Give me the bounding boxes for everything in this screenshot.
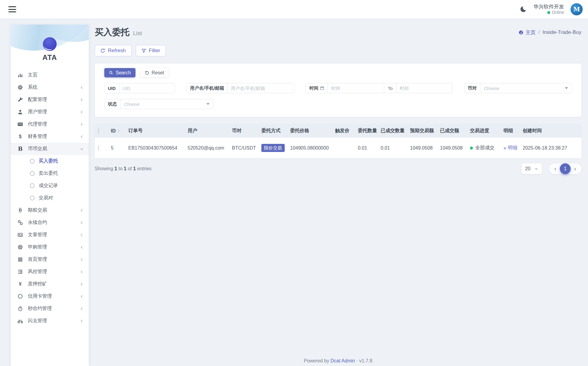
sidebar-item-label: 信用卡管理 xyxy=(28,293,80,299)
id-card-icon xyxy=(17,121,23,127)
sidebar: ATA 主页 系统 配置管理 xyxy=(11,25,89,366)
search-icon xyxy=(109,70,113,75)
sidebar-item-label: 首页管理 xyxy=(28,256,80,263)
sidebar-item-agents[interactable]: 代理管理 xyxy=(11,118,89,130)
sidebar-subitem-trade-pairs[interactable]: 交易对 xyxy=(11,192,89,204)
detail-link[interactable]: » 明细 xyxy=(503,145,515,151)
sidebar-item-label: 主页 xyxy=(28,72,84,78)
sidebar-item-flash-exchange[interactable]: 闪兑管理 xyxy=(11,315,89,327)
sidebar-item-subscription[interactable]: 申购管理 xyxy=(11,241,89,253)
sidebar-item-spot-trade[interactable]: B 币币交易 xyxy=(11,143,89,155)
cell-pair: BTC/USDT xyxy=(228,138,258,158)
select-all-checkbox[interactable] xyxy=(98,128,99,134)
letter-b-icon: B xyxy=(17,146,23,152)
table-row: 5 EB1750304307500654 520520@qq.com BTC/U… xyxy=(95,138,581,158)
wrench-icon xyxy=(17,97,23,103)
refresh-button[interactable]: Refresh xyxy=(95,45,132,56)
uid-label: UID xyxy=(105,83,119,93)
sidebar-item-system[interactable]: 系统 xyxy=(11,81,89,94)
sidebar-item-label: 期权交易 xyxy=(28,207,80,213)
sidebar-item-label: 风控管理 xyxy=(28,269,80,275)
circle-o-icon xyxy=(30,196,34,200)
sidebar-item-finance[interactable]: $ 财务管理 xyxy=(11,130,89,143)
calendar-icon xyxy=(320,86,324,90)
sidebar-item-options-trade[interactable]: B 期权交易 xyxy=(11,204,89,216)
search-panel: Search Reset UID 用户名/手机/邮箱 时间 xyxy=(95,64,581,117)
reset-button[interactable]: Reset xyxy=(140,68,169,77)
sidebar-item-label: 系统 xyxy=(28,84,80,91)
col-progress: 交易进度 xyxy=(466,124,500,138)
sidebar-subitem-trade-records[interactable]: 成交记录 xyxy=(11,180,89,192)
time-start-input[interactable] xyxy=(328,83,384,93)
sidebar-item-credit-card[interactable]: 信用卡管理 xyxy=(11,290,89,302)
chevron-left-icon xyxy=(80,122,84,126)
user-field-group: 用户名/手机/邮箱 xyxy=(186,83,294,93)
uid-field-group: UID xyxy=(104,83,175,93)
sidebar-item-seconds-contract[interactable]: 秒合约管理 xyxy=(11,302,89,315)
col-order-no: 订单号 xyxy=(125,124,184,138)
col-price: 委托价格 xyxy=(287,124,331,138)
per-page-select[interactable]: 20 xyxy=(521,163,542,174)
undo-icon xyxy=(145,70,149,75)
dollar-icon: $ xyxy=(17,134,23,139)
chevron-left-icon xyxy=(80,85,84,90)
avatar[interactable]: M xyxy=(570,3,583,16)
sidebar-item-users[interactable]: 用户管理 xyxy=(11,106,89,118)
col-detail: 明细 xyxy=(500,124,519,138)
sidebar-item-config[interactable]: 配置管理 xyxy=(11,94,89,106)
moon-icon[interactable] xyxy=(520,6,527,13)
col-filled-total: 已成交额 xyxy=(436,124,466,138)
sidebar-item-label: 闪兑管理 xyxy=(28,318,80,324)
user-input[interactable] xyxy=(228,83,294,93)
sidebar-item-home[interactable]: 主页 xyxy=(11,69,89,81)
col-user: 用户 xyxy=(184,124,228,138)
sidebar-item-homepage[interactable]: 首页管理 xyxy=(11,253,89,266)
sidebar-item-articles[interactable]: 文章管理 xyxy=(11,229,89,241)
progress-status: 全部成交 xyxy=(470,145,496,151)
circle-icon xyxy=(17,293,23,299)
filter-button[interactable]: Filter xyxy=(136,45,166,56)
row-checkbox[interactable] xyxy=(98,145,99,151)
current-page-button[interactable]: 1 xyxy=(560,163,571,174)
sidebar-subitem-sell-orders[interactable]: 卖出委托 xyxy=(11,167,89,180)
arrow-up-icon[interactable]: ↑ xyxy=(117,128,120,133)
pair-select[interactable]: Choose xyxy=(480,83,572,93)
circle-o-icon xyxy=(30,183,34,188)
chevron-left-icon xyxy=(80,245,84,249)
sidebar-item-staking[interactable]: ¥ 质押挖矿 xyxy=(11,278,89,290)
entries-summary: Showing 1 to 1 of 1 entries xyxy=(95,166,152,171)
sidebar-item-label: 用户管理 xyxy=(28,109,80,115)
sidebar-item-label: 财务管理 xyxy=(28,133,80,140)
sidebar-item-risk-control[interactable]: 风控管理 xyxy=(11,266,89,278)
chevron-left-icon xyxy=(80,282,84,286)
double-chevron-right-icon: » xyxy=(503,145,506,151)
dcat-admin-link[interactable]: Dcat Admin xyxy=(331,358,355,363)
cell-amount: 0.01 xyxy=(354,138,377,158)
chevron-left-icon xyxy=(80,307,84,311)
search-button[interactable]: Search xyxy=(104,68,135,77)
next-page-button[interactable]: › xyxy=(571,163,580,174)
chevron-left-icon xyxy=(80,233,84,237)
status-select[interactable]: Choose xyxy=(120,99,213,109)
time-end-input[interactable] xyxy=(396,83,453,93)
hamburger-icon[interactable] xyxy=(8,6,16,12)
user-menu[interactable]: 华兴软件开发 Online xyxy=(533,4,564,15)
sidebar-item-label: 申购管理 xyxy=(28,244,80,250)
gear-icon xyxy=(17,85,23,90)
page-title: 买入委托 xyxy=(95,26,129,38)
sidebar-subitem-label: 卖出委托 xyxy=(39,170,58,177)
col-amount: 委托数量 xyxy=(354,124,377,138)
breadcrumb-home[interactable]: 主页 xyxy=(518,29,536,36)
sidebar-subitem-buy-orders[interactable]: 买入委托 xyxy=(11,155,89,167)
sidebar-subitem-label: 交易对 xyxy=(39,195,53,201)
sidebar-item-label: 质押挖矿 xyxy=(28,281,80,287)
user-status-label: Online xyxy=(552,10,564,15)
pair-label: 币对 xyxy=(465,83,480,93)
sidebar-item-perpetual[interactable]: 永续合约 xyxy=(11,216,89,229)
prev-page-button[interactable]: ‹ xyxy=(551,163,560,174)
uid-input[interactable] xyxy=(119,83,175,93)
pair-field-group: 币对 Choose xyxy=(464,83,572,93)
breadcrumb-separator: / xyxy=(539,29,540,35)
col-filled-amount: 已成交数量 xyxy=(377,124,406,138)
chevron-left-icon xyxy=(80,208,84,213)
